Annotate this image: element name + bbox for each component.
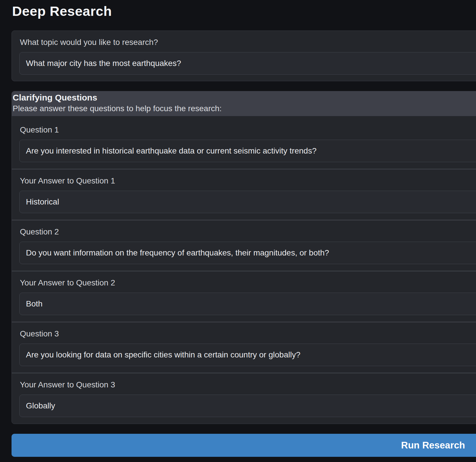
- answer-2-input[interactable]: Both: [19, 293, 476, 315]
- question-2-label: Question 2: [20, 227, 476, 236]
- question-2-text: Do you want information on the frequency…: [19, 242, 476, 264]
- topic-card: What topic would you like to research? W…: [12, 31, 476, 81]
- clarifying-header: Clarifying Questions Please answer these…: [12, 91, 476, 116]
- topic-label: What topic would you like to research?: [20, 38, 476, 47]
- question-1-text: Are you interested in historical earthqu…: [19, 140, 476, 162]
- answer-2-label: Your Answer to Question 2: [20, 278, 476, 287]
- answer-3-block: Your Answer to Question 3 Globally: [12, 373, 476, 424]
- topic-input[interactable]: What major city has the most earthquakes…: [19, 52, 476, 75]
- run-research-button[interactable]: Run Research: [12, 434, 476, 457]
- question-3-block: Question 3 Are you looking for data on s…: [12, 322, 476, 373]
- answer-3-label: Your Answer to Question 3: [20, 380, 476, 389]
- clarifying-questions-group: Clarifying Questions Please answer these…: [12, 91, 476, 424]
- question-1-block: Question 1 Are you interested in histori…: [12, 116, 476, 169]
- question-2-block: Question 2 Do you want information on th…: [12, 220, 476, 271]
- answer-1-label: Your Answer to Question 1: [20, 176, 476, 185]
- clarifying-subtitle: Please answer these questions to help fo…: [13, 103, 476, 114]
- page-title: Deep Research: [12, 3, 476, 20]
- run-research-label: Run Research: [401, 440, 465, 451]
- page: Deep Research What topic would you like …: [0, 3, 476, 457]
- question-3-text: Are you looking for data on specific cit…: [19, 344, 476, 366]
- answer-3-input[interactable]: Globally: [19, 395, 476, 417]
- question-1-label: Question 1: [20, 125, 476, 135]
- answer-2-block: Your Answer to Question 2 Both: [12, 271, 476, 322]
- clarifying-title: Clarifying Questions: [13, 92, 476, 103]
- question-3-label: Question 3: [20, 329, 476, 338]
- answer-1-block: Your Answer to Question 1 Historical: [12, 169, 476, 220]
- answer-1-input[interactable]: Historical: [19, 191, 476, 213]
